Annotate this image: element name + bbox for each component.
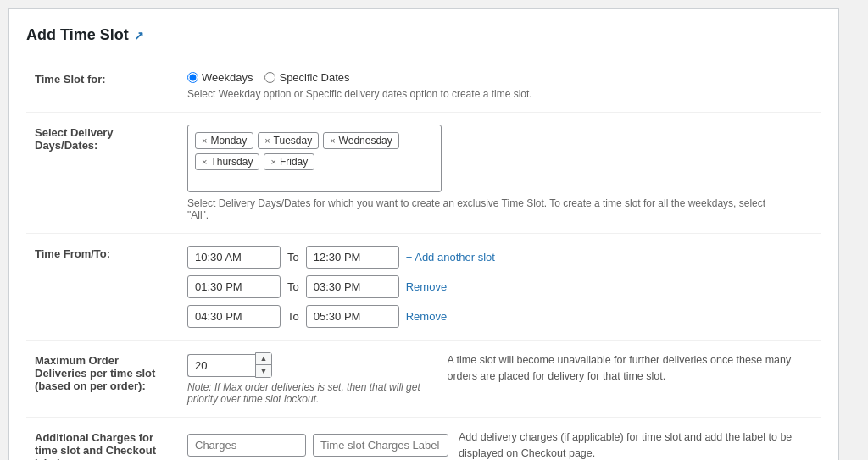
tag-friday-remove[interactable]: × (270, 157, 275, 167)
time-to-2[interactable] (306, 275, 399, 298)
tag-friday: × Friday (264, 153, 314, 170)
timeslot-for-label: Time Slot for: (26, 59, 179, 113)
time-to-1[interactable] (306, 246, 399, 269)
spinner-up-button[interactable]: ▲ (256, 353, 271, 365)
specific-dates-radio[interactable] (264, 72, 275, 83)
time-slots-wrapper: To + Add another slot To Remove (187, 246, 813, 328)
page-title-text: Add Time Slot (26, 26, 129, 44)
delivery-days-tags-container[interactable]: × Monday × Tuesday × Wednesday × (187, 125, 442, 192)
delivery-days-row: Select Delivery Days/Dates: × Monday × T… (26, 113, 821, 234)
timeslot-for-row: Time Slot for: Weekdays Specific Dates S… (26, 59, 821, 113)
tag-tuesday-text: Tuesday (274, 135, 313, 147)
charges-row: Add delivery charges (if applicable) for… (187, 430, 813, 460)
delivery-days-helper-text: Select Delivery Days/Dates for which you… (187, 197, 781, 221)
page-title-link[interactable]: ↗ (134, 29, 144, 42)
to-label-1: To (287, 251, 299, 263)
time-from-3[interactable] (187, 305, 281, 328)
tag-wednesday-text: Wednesday (339, 135, 392, 147)
time-slot-row-3: To Remove (187, 305, 813, 328)
time-to-3[interactable] (306, 305, 399, 328)
timeslot-radio-group: Weekdays Specific Dates (187, 71, 813, 84)
time-from-to-content: To + Add another slot To Remove (179, 234, 821, 341)
timeslot-helper-text: Select Weekday option or Specific delive… (187, 88, 813, 100)
delivery-days-content: × Monday × Tuesday × Wednesday × (179, 113, 821, 234)
time-from-to-row: Time From/To: To + Add another slot To (26, 234, 821, 341)
tag-wednesday: × Wednesday (323, 132, 399, 149)
time-slot-row-2: To Remove (187, 275, 813, 298)
charges-description: Add delivery charges (if applicable) for… (459, 430, 813, 460)
time-from-to-label: Time From/To: (26, 234, 179, 341)
max-order-note: Note: If Max order deliveries is set, th… (187, 381, 425, 405)
additional-charges-label: Additional Charges for time slot and Che… (26, 418, 179, 461)
max-order-label: Maximum Order Deliveries per time slot (… (26, 341, 179, 418)
max-order-content: ▲ ▼ Note: If Max order deliveries is set… (179, 341, 821, 418)
weekdays-radio-text: Weekdays (202, 71, 253, 84)
tag-thursday-text: Thursday (210, 156, 253, 168)
max-order-input[interactable] (187, 354, 255, 377)
tag-tuesday-remove[interactable]: × (264, 136, 270, 146)
to-label-3: To (287, 310, 299, 323)
delivery-days-label: Select Delivery Days/Dates: (26, 113, 179, 234)
tag-monday-remove[interactable]: × (202, 136, 207, 146)
page-title: Add Time Slot ↗ (26, 26, 821, 44)
weekdays-radio[interactable] (187, 72, 198, 83)
form-table: Time Slot for: Weekdays Specific Dates S… (26, 59, 821, 460)
tag-wednesday-remove[interactable]: × (330, 136, 335, 146)
external-link-icon: ↗ (134, 29, 144, 42)
remove-slot-2[interactable]: Remove (406, 280, 447, 293)
specific-dates-radio-text: Specific Dates (279, 71, 349, 84)
page-wrapper: Add Time Slot ↗ Time Slot for: Weekdays (8, 8, 839, 460)
charges-label-input[interactable] (313, 434, 448, 457)
weekdays-radio-label[interactable]: Weekdays (187, 71, 253, 84)
tag-friday-text: Friday (280, 156, 308, 168)
tag-tuesday: × Tuesday (258, 132, 319, 149)
additional-charges-row: Additional Charges for time slot and Che… (26, 418, 821, 461)
remove-slot-3[interactable]: Remove (406, 310, 447, 323)
time-from-2[interactable] (187, 275, 281, 298)
time-from-1[interactable] (187, 246, 281, 269)
max-order-cell: ▲ ▼ Note: If Max order deliveries is set… (187, 352, 813, 405)
tag-monday-text: Monday (210, 135, 247, 147)
max-order-description: A time slot will become unavailable for … (447, 352, 813, 385)
max-order-input-group: ▲ ▼ Note: If Max order deliveries is set… (187, 352, 425, 405)
max-order-row: Maximum Order Deliveries per time slot (… (26, 341, 821, 418)
charges-input[interactable] (187, 434, 306, 457)
time-slot-row-1: To + Add another slot (187, 246, 813, 269)
tag-thursday-remove[interactable]: × (202, 157, 207, 167)
add-another-slot-link[interactable]: + Add another slot (406, 251, 495, 263)
spinner-down-button[interactable]: ▼ (256, 365, 271, 377)
spinner-buttons: ▲ ▼ (255, 352, 272, 378)
tag-monday: × Monday (195, 132, 253, 149)
number-input-wrapper: ▲ ▼ (187, 352, 425, 378)
timeslot-for-content: Weekdays Specific Dates Select Weekday o… (179, 59, 821, 113)
specific-dates-radio-label[interactable]: Specific Dates (264, 71, 349, 84)
additional-charges-content: Add delivery charges (if applicable) for… (179, 418, 821, 461)
tag-thursday: × Thursday (195, 153, 259, 170)
to-label-2: To (287, 280, 299, 293)
